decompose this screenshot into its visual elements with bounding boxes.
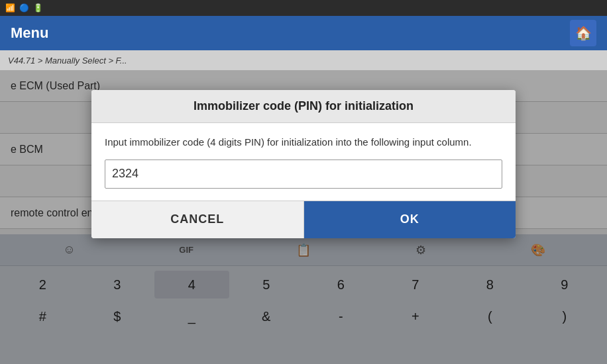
ok-button[interactable]: OK (304, 201, 516, 238)
home-button[interactable]: 🏠 (570, 20, 596, 46)
modal-buttons: CANCEL OK (91, 201, 516, 238)
modal-title: Immobilizer code (PIN) for initializatio… (193, 99, 414, 113)
main-content: e ECM (Used Part) e BCM remote control e… (0, 70, 607, 364)
cancel-button[interactable]: CANCEL (91, 201, 304, 238)
battery-icon: 🔋 (33, 3, 43, 13)
modal-body: Input immobilizer code (4 digits PIN) fo… (91, 123, 516, 201)
modal-description: Input immobilizer code (4 digits PIN) fo… (105, 135, 502, 150)
modal-dialog: Immobilizer code (PIN) for initializatio… (91, 90, 516, 238)
pin-input[interactable] (105, 159, 502, 189)
status-icons: 📶 🔵 🔋 (5, 3, 43, 13)
app-header: Menu 🏠 (0, 16, 607, 50)
bt-icon: 🔵 (19, 3, 29, 13)
wifi-icon: 📶 (5, 3, 15, 13)
home-icon: 🏠 (575, 25, 592, 41)
modal-header: Immobilizer code (PIN) for initializatio… (91, 90, 516, 123)
breadcrumb-text: V44.71 > Manually Select > F... (8, 56, 127, 66)
modal-overlay: Immobilizer code (PIN) for initializatio… (0, 70, 607, 364)
breadcrumb: V44.71 > Manually Select > F... (0, 50, 607, 70)
status-bar: 📶 🔵 🔋 (0, 0, 607, 16)
app-title: Menu (11, 24, 48, 42)
